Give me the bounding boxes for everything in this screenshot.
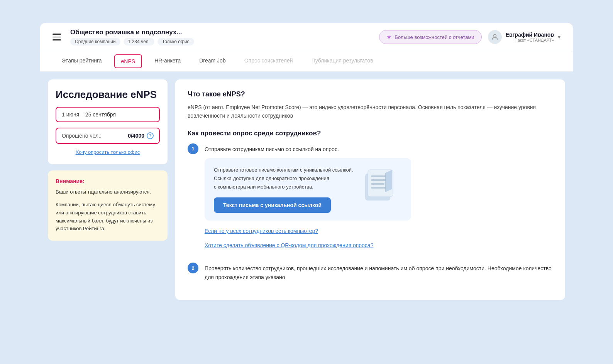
email-illustration — [359, 166, 402, 207]
email-link-button[interactable]: Текст письма с уникальной ссылкой — [214, 197, 331, 213]
surveyed-box: Опрошено чел.: 0/4000 ? — [56, 128, 160, 144]
office-only-link[interactable]: Хочу опросить только офис — [56, 149, 160, 155]
what-is-desc: eNPS (от англ. Employee Net Promoter Sco… — [188, 103, 553, 120]
surveyed-count: 0/4000 — [128, 133, 144, 139]
badge-office: Только офис — [157, 38, 194, 46]
warning-text-2: Компании, пытающиеся обмануть систему ил… — [56, 201, 160, 233]
user-info[interactable]: Евграфий Иванов Пакет «СТАНДАРТ» ▾ — [488, 30, 561, 44]
star-icon: ★ — [386, 34, 391, 40]
info-icon[interactable]: ? — [147, 132, 154, 139]
tabs-navigation: Этапы рейтинга eNPS HR-анкета Dream Job … — [40, 51, 573, 72]
company-name: Общество ромашка и подсолнух... — [70, 29, 370, 36]
email-box-text: Отправьте готовое письмо коллегам с уник… — [214, 166, 353, 191]
step-1-number: 1 — [188, 143, 198, 154]
right-content: Что такое eNPS? eNPS (от англ. Employee … — [175, 79, 565, 300]
research-title: Исследование eNPS — [56, 89, 160, 101]
main-content: Исследование eNPS 1 июня – 25 сентября О… — [40, 72, 573, 308]
surveyed-value: 0/4000 ? — [128, 132, 154, 139]
what-is-title: Что такое eNPS? — [188, 90, 553, 98]
tab-publikatsiya: Публикация результатов — [302, 51, 383, 71]
hamburger-menu[interactable] — [52, 34, 61, 40]
how-to-title: Как провести опрос среди сотрудников? — [188, 130, 553, 137]
svg-point-0 — [493, 34, 496, 37]
tab-etapy[interactable]: Этапы рейтинга — [52, 51, 111, 71]
step-2: 2 Проверять количество сотрудников, прош… — [188, 263, 553, 281]
email-box: Отправьте готовое письмо коллегам с уник… — [205, 158, 411, 221]
header-right: ★ Больше возможностей с отчетами Евграфи… — [379, 30, 561, 44]
more-features-button[interactable]: ★ Больше возможностей с отчетами — [379, 30, 481, 44]
svg-rect-6 — [371, 187, 387, 189]
tab-dream-job[interactable]: Dream Job — [190, 51, 235, 71]
qr-code-link[interactable]: Хотите сделать объявление с QR-кодом для… — [205, 241, 411, 249]
badge-count: 1 234 чел. — [124, 38, 154, 46]
step-2-text: Проверять количество сотрудников, прошед… — [205, 263, 553, 281]
svg-marker-7 — [386, 170, 392, 192]
user-name: Евграфий Иванов — [506, 32, 554, 38]
warning-text-1: Ваши ответы тщательно анализируются. — [56, 188, 160, 196]
date-range-box: 1 июня – 25 сентября — [56, 107, 160, 122]
warning-card: Внимание: Ваши ответы тщательно анализир… — [48, 170, 168, 241]
company-badges: Средние компании 1 234 чел. Только офис — [70, 38, 370, 46]
tab-enps[interactable]: eNPS — [114, 54, 142, 68]
company-info: Общество ромашка и подсолнух... Средние … — [70, 29, 370, 46]
user-text: Евграфий Иванов Пакет «СТАНДАРТ» — [506, 32, 554, 42]
research-card: Исследование eNPS 1 июня – 25 сентября О… — [48, 79, 168, 164]
email-box-left: Отправьте готовое письмо коллегам с уник… — [214, 166, 353, 213]
svg-rect-5 — [371, 183, 384, 185]
tab-opros-soiskatelei: Опрос соискателей — [235, 51, 302, 71]
step-1-text: Отправьте сотрудникам письмо со ссылкой … — [205, 143, 411, 255]
warning-text: Ваши ответы тщательно анализируются. Ком… — [56, 188, 160, 233]
user-avatar — [488, 30, 502, 44]
top-bar: Общество ромашка и подсолнух... Средние … — [40, 23, 573, 51]
warning-title: Внимание: — [56, 178, 160, 184]
svg-rect-4 — [371, 179, 386, 181]
more-features-label: Больше возможностей с отчетами — [395, 34, 474, 40]
computer-question-link[interactable]: Если не у всех сотрудников есть компьюте… — [205, 227, 411, 235]
badge-size: Средние компании — [70, 38, 120, 46]
left-sidebar: Исследование eNPS 1 июня – 25 сентября О… — [48, 79, 168, 300]
user-plan: Пакет «СТАНДАРТ» — [506, 38, 554, 42]
surveyed-label: Опрошено чел.: — [62, 133, 102, 139]
step-2-number: 2 — [188, 263, 198, 273]
chevron-down-icon: ▾ — [558, 34, 561, 40]
step-1: 1 Отправьте сотрудникам письмо со ссылко… — [188, 143, 553, 255]
tab-hr-anketa[interactable]: HR-анкета — [145, 51, 190, 71]
